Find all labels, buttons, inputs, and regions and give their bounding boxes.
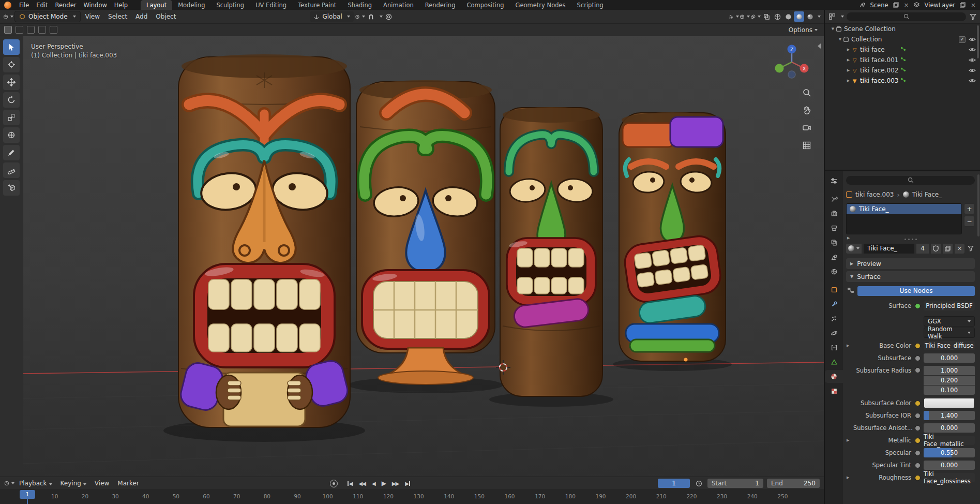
unlink-material-icon[interactable]: × [955,244,964,254]
shading-solid-icon[interactable] [783,11,793,22]
tiki-model-2[interactable] [356,80,495,384]
material-slot-active[interactable]: Tiki Face_ [847,204,961,214]
overlays-dropdown[interactable] [750,11,761,22]
subsurface-slider[interactable]: 0.000 [924,353,975,363]
snap-dropdown-icon[interactable] [380,16,383,18]
use-nodes-button[interactable]: Use Nodes [857,286,975,296]
properties-search-input[interactable] [846,176,975,185]
timeline-ruler[interactable]: 1 10203040506070809010011012013014015016… [0,490,824,504]
breadcrumb-material[interactable]: Tiki Face_ [912,191,942,198]
workspace-tab-sculpting[interactable]: Sculpting [210,0,250,10]
browse-material-dropdown[interactable] [846,244,862,254]
snap-magnet-icon[interactable] [366,11,376,22]
blender-logo-icon[interactable] [4,2,11,9]
tiki-model-1[interactable] [178,54,350,427]
tab-view-layer[interactable] [825,236,843,249]
timeline-playhead[interactable]: 1 [20,490,35,504]
eye-icon[interactable] [969,57,976,63]
expand-icon[interactable]: ▶ [847,438,849,442]
eye-icon[interactable] [969,78,976,83]
new-material-icon[interactable] [943,244,953,254]
menu-object[interactable]: Object [152,13,179,20]
tab-texture[interactable] [825,384,843,397]
slot-list-grip[interactable]: ▶ [846,235,975,241]
tool-transform[interactable] [3,127,20,143]
menu-playback[interactable]: Playback [16,480,56,487]
proportional-editing-icon[interactable] [384,11,394,22]
new-scene-icon[interactable] [891,0,901,10]
camera-view-icon[interactable] [802,123,811,134]
outliner-row-object[interactable]: ▶ ▽ tiki face [825,45,980,55]
select-mode-extend-icon[interactable] [16,26,23,34]
eye-icon[interactable] [969,37,976,42]
menu-timeline-view[interactable]: View [91,480,113,487]
specular-slider[interactable]: 0.550 [924,448,975,457]
outliner-row-object[interactable]: ▶ ▽ tiki face.002 [825,65,980,76]
outliner-search-input[interactable] [847,12,966,21]
expand-icon[interactable]: ▶ [847,344,849,348]
shading-rendered-icon[interactable] [805,11,815,22]
fake-user-shield-icon[interactable] [931,244,941,254]
next-keyframe-button[interactable]: ▶▶ [392,481,399,486]
menu-marker[interactable]: Marker [114,480,142,487]
tab-particles[interactable] [825,312,843,325]
scene-name[interactable]: Scene [870,2,888,9]
outliner-row-object-active[interactable]: ▶ ▼ tiki face.003 [825,76,980,86]
pan-hand-icon[interactable] [802,106,811,116]
select-mode-new-icon[interactable] [4,26,12,34]
disclosure-icon[interactable]: ▼ [837,37,843,41]
workspace-tab-texture-paint[interactable]: Texture Paint [292,0,342,10]
outliner-editor-icon[interactable] [828,11,836,22]
new-view-layer-icon[interactable] [958,0,968,10]
tiki-model-4[interactable] [619,112,726,362]
tool-cursor[interactable] [3,57,20,72]
use-preview-range-icon[interactable] [693,478,704,488]
pivot-point-dropdown[interactable] [355,11,365,22]
outliner-row-collection[interactable]: ▼ Collection ✓ [825,34,980,45]
remove-material-slot-button[interactable]: − [964,216,975,227]
menu-keying[interactable]: Keying [57,480,90,487]
menu-view[interactable]: View [82,13,103,20]
tiki-model-3[interactable] [500,107,602,396]
menu-render[interactable]: Render [52,2,80,9]
viewport[interactable]: User Perspective (1) Collection | tiki f… [0,36,824,477]
tool-select-box[interactable] [3,39,20,55]
panel-preview[interactable]: ▶Preview [846,258,975,269]
select-mode-intersect-icon[interactable] [50,26,57,34]
material-name-field[interactable]: Tiki Face_ [864,244,914,254]
frame-end-field[interactable]: End250 [767,479,820,488]
shading-material-preview-icon[interactable] [794,11,804,22]
select-mode-invert-icon[interactable] [38,26,46,34]
panel-surface[interactable]: ▼Surface [846,271,975,282]
specular-tint-slider[interactable]: 0.000 [924,461,975,470]
base-color-field[interactable]: Tiki Face_diffuse [924,341,975,350]
workspace-tab-shading[interactable]: Shading [342,0,378,10]
xray-toggle-icon[interactable] [761,11,772,22]
tab-scene[interactable] [825,250,843,263]
subsurface-anisotropy-slider[interactable]: 0.000 [924,423,975,433]
tab-object[interactable] [825,283,843,296]
transform-orientation-dropdown[interactable]: Global [310,11,353,22]
remove-view-layer-icon[interactable]: × [971,2,976,8]
tab-object-data[interactable] [825,355,843,368]
jump-to-start-button[interactable]: ◀ [347,481,353,486]
editor-type-icon[interactable] [3,11,13,22]
zoom-icon[interactable] [802,88,811,99]
outliner-row-scene-collection[interactable]: ▼ Scene Collection [825,24,980,34]
tab-tool[interactable] [825,192,843,205]
workspace-tab-modeling[interactable]: Modeling [172,0,210,10]
subsurface-radius-y-field[interactable]: 0.200 [924,376,975,385]
frame-start-field[interactable]: Start1 [707,479,763,488]
navigation-gizmo[interactable]: Z X [772,42,811,83]
unlink-scene-icon[interactable]: × [904,2,909,8]
subsurface-radius-x-field[interactable]: 1.000 [924,366,975,375]
workspace-tab-uv-editing[interactable]: UV Editing [250,0,292,10]
menu-select[interactable]: Select [104,13,131,20]
properties-scrollbar[interactable] [977,174,979,236]
menu-file[interactable]: File [16,2,33,9]
previous-keyframe-button[interactable]: ◀◀ [359,481,366,486]
current-frame-field[interactable]: 1 [658,479,690,488]
tool-measure[interactable] [3,162,20,178]
workspace-tab-compositing[interactable]: Compositing [461,0,509,10]
material-users-count[interactable]: 4 [916,244,929,254]
